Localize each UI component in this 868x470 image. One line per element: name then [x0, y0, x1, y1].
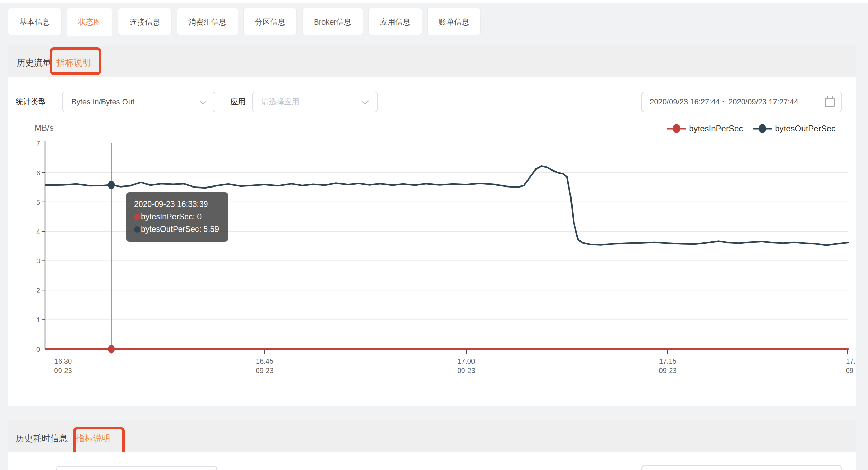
tab-connection-info[interactable]: 连接信息 [118, 8, 172, 35]
tab-billing-info[interactable]: 账单信息 [427, 8, 481, 35]
svg-text:09-23: 09-23 [659, 367, 676, 374]
tab-bar: 基本信息 状态图 连接信息 消费组信息 分区信息 Broker信息 应用信息 账… [8, 8, 481, 37]
svg-text:5: 5 [36, 199, 40, 206]
tooltip-text-bytes-in: bytesInPerSec: 0 [141, 212, 202, 221]
svg-text:0: 0 [36, 346, 40, 353]
top-strip [0, 0, 868, 3]
svg-text:16:45: 16:45 [256, 357, 273, 365]
tooltip-text-bytes-out: bytesOutPerSec: 5.59 [141, 225, 219, 234]
svg-text:2: 2 [36, 287, 40, 294]
svg-text:17:00: 17:00 [458, 357, 475, 365]
page: 基本信息 状态图 连接信息 消费组信息 分区信息 Broker信息 应用信息 账… [0, 0, 868, 470]
svg-text:6: 6 [36, 169, 40, 177]
svg-text:09-23: 09-23 [457, 367, 475, 374]
svg-text:7: 7 [36, 140, 40, 147]
tab-consumer-group-info[interactable]: 消费组信息 [177, 8, 238, 35]
svg-text:3: 3 [36, 257, 40, 265]
svg-text:09-23: 09-23 [846, 367, 856, 374]
svg-text:17:27: 17:27 [846, 357, 856, 365]
history-traffic-title: 历史流量 [17, 57, 51, 68]
latency-date-range-picker-partial[interactable] [641, 465, 842, 470]
svg-text:1: 1 [36, 316, 40, 324]
tooltip-dot-bytes-in [134, 214, 140, 220]
tab-app-info[interactable]: 应用信息 [368, 8, 422, 35]
history-latency-header-band [8, 420, 856, 452]
tooltip-dot-bytes-out [134, 226, 140, 233]
svg-text:16:30: 16:30 [54, 357, 72, 365]
tooltip-datetime: 2020-09-23 16:33:39 [134, 198, 219, 210]
svg-text:4: 4 [36, 228, 40, 236]
latency-stat-type-select-partial[interactable] [56, 466, 217, 470]
annotation-box-1 [50, 47, 101, 75]
tooltip-row-bytes-in: bytesInPerSec: 0 [134, 210, 219, 223]
tab-basic-info[interactable]: 基本信息 [8, 8, 62, 35]
tab-partition-info[interactable]: 分区信息 [243, 8, 297, 35]
history-latency-title: 历史耗时信息 [16, 433, 68, 444]
svg-text:17:15: 17:15 [659, 357, 676, 365]
svg-text:09-23: 09-23 [54, 367, 72, 374]
chart-tooltip: 2020-09-23 16:33:39 bytesInPerSec: 0 byt… [126, 192, 228, 242]
svg-text:09-23: 09-23 [256, 367, 273, 374]
tooltip-row-bytes-out: bytesOutPerSec: 5.59 [134, 223, 219, 235]
tab-status-chart[interactable]: 状态图 [67, 8, 113, 37]
traffic-line-chart[interactable]: 0123456716:3009-2316:4509-2317:0009-2317… [8, 77, 856, 406]
history-traffic-header-band [8, 46, 856, 77]
tab-broker-info[interactable]: Broker信息 [302, 8, 363, 35]
